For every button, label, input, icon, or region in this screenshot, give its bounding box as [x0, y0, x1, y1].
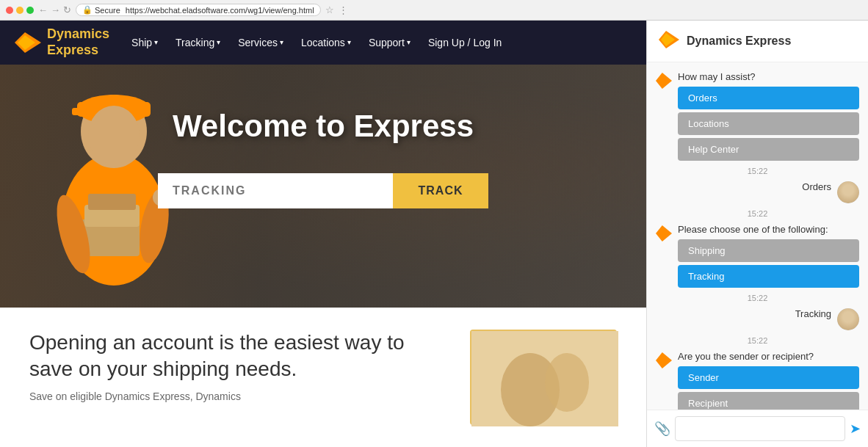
url-text: https://webchat.eladsoftware.com/wg1/vie…	[126, 6, 314, 15]
user-text-2: Tracking	[795, 308, 831, 319]
chevron-down-icon: ▾	[154, 38, 158, 46]
bot-text-1: How may I assist?	[678, 71, 859, 82]
nav-ship[interactable]: Ship ▾	[124, 32, 165, 53]
nav-tracking[interactable]: Tracking ▾	[168, 32, 228, 53]
website-content: Dynamics Express Ship ▾ Tracking ▾ Servi…	[0, 21, 646, 447]
chat-message-bot-3: Are you the sender or recipient? Sender …	[656, 351, 859, 410]
hero-search-bar: TRACK	[0, 173, 646, 208]
nav-services[interactable]: Services ▾	[231, 32, 291, 53]
timestamp-2: 15:22	[656, 209, 859, 218]
chat-message-user-1: Orders	[656, 181, 859, 203]
bot-text-2: Please choose one of the following:	[678, 224, 859, 235]
chat-text-input[interactable]	[675, 416, 845, 441]
chat-header-title: Dynamics Express	[687, 34, 791, 48]
shipping-button[interactable]: Shipping	[678, 239, 859, 262]
nav-support[interactable]: Support ▾	[361, 32, 418, 53]
maximize-window-btn[interactable]	[26, 7, 34, 14]
content-image	[470, 330, 617, 425]
chevron-down-icon: ▾	[347, 38, 351, 46]
menu-icon[interactable]: ⋮	[339, 4, 348, 15]
sender-button[interactable]: Sender	[678, 366, 859, 389]
content-section: Opening an account is the easiest way to…	[0, 308, 646, 447]
hero-content: Welcome to Express TRACK	[0, 109, 646, 208]
browser-icons: ☆ ⋮	[325, 4, 348, 15]
forward-icon[interactable]: →	[51, 4, 60, 15]
chevron-down-icon: ▾	[407, 38, 411, 46]
close-window-btn[interactable]	[6, 7, 13, 14]
refresh-icon[interactable]: ↻	[63, 4, 71, 15]
nav-links: Ship ▾ Tracking ▾ Services ▾ Locations ▾…	[124, 32, 632, 53]
svg-point-17	[545, 353, 589, 412]
send-button[interactable]: ➤	[850, 421, 861, 437]
user-avatar-1	[837, 181, 859, 203]
browser-bar: ← → ↻ 🔒 Secure https://webchat.eladsoftw…	[0, 0, 868, 21]
user-text-1: Orders	[802, 181, 831, 192]
logo-text: Dynamics Express	[47, 26, 109, 58]
chat-message-bot-2: Please choose one of the following: Ship…	[656, 224, 859, 288]
bot-message-content-2: Please choose one of the following: Ship…	[678, 224, 859, 288]
nav-locations[interactable]: Locations ▾	[294, 32, 358, 53]
chat-header: Dynamics Express	[647, 21, 868, 62]
content-subtitle: Save on eligible Dynamics Express, Dynam…	[29, 390, 448, 402]
browser-window-controls	[6, 7, 34, 14]
orders-button[interactable]: Orders	[678, 87, 859, 109]
content-text: Opening an account is the easiest way to…	[29, 330, 448, 425]
recipient-button[interactable]: Recipient	[678, 392, 859, 410]
chat-header-logo	[659, 29, 679, 53]
chat-body: How may I assist? Orders Locations Help …	[647, 62, 868, 410]
secure-label: Secure	[95, 6, 120, 15]
browser-navigation: ← → ↻	[38, 4, 71, 15]
chat-panel: Dynamics Express How may I assist? Order…	[646, 21, 868, 447]
locations-button[interactable]: Locations	[678, 112, 859, 135]
bot-text-3: Are you the sender or recipient?	[678, 351, 859, 362]
chat-button-group-3: Sender Recipient	[678, 366, 859, 410]
attach-button[interactable]: 📎	[654, 421, 670, 437]
user-avatar-2	[837, 308, 859, 330]
chat-button-group-1: Orders Locations Help Center	[678, 87, 859, 161]
hero-section: Welcome to Express TRACK	[0, 65, 646, 308]
hero-title: Welcome to Express	[0, 109, 646, 144]
content-title: Opening an account is the easiest way to…	[29, 330, 448, 383]
timestamp-3: 15:22	[656, 294, 859, 302]
chat-input-area: 📎 ➤	[647, 410, 868, 447]
logo[interactable]: Dynamics Express	[15, 26, 109, 58]
track-button[interactable]: TRACK	[393, 173, 488, 208]
chat-button-group-2: Shipping Tracking	[678, 239, 859, 288]
timestamp-4: 15:22	[656, 336, 859, 345]
chat-message-bot-1: How may I assist? Orders Locations Help …	[656, 71, 859, 161]
back-icon[interactable]: ←	[38, 4, 48, 15]
bot-avatar-icon	[656, 73, 672, 89]
chevron-down-icon: ▾	[217, 38, 220, 46]
chat-message-user-2: Tracking	[656, 308, 859, 330]
security-indicator: 🔒 Secure https://webchat.eladsoftware.co…	[76, 4, 321, 16]
nav-signup[interactable]: Sign Up / Log In	[421, 32, 509, 53]
bot-message-content-1: How may I assist? Orders Locations Help …	[678, 71, 859, 161]
chevron-down-icon: ▾	[280, 38, 283, 46]
bot-avatar-icon-3	[656, 352, 672, 368]
minimize-window-btn[interactable]	[16, 7, 23, 14]
main-nav: Dynamics Express Ship ▾ Tracking ▾ Servi…	[0, 21, 646, 65]
tracking-input[interactable]	[158, 173, 393, 208]
tracking-button[interactable]: Tracking	[678, 265, 859, 288]
bot-message-content-3: Are you the sender or recipient? Sender …	[678, 351, 859, 410]
timestamp-1: 15:22	[656, 167, 859, 175]
lock-icon: 🔒	[82, 5, 93, 15]
help-center-button[interactable]: Help Center	[678, 138, 859, 161]
bot-avatar-icon-2	[656, 225, 672, 241]
star-icon[interactable]: ☆	[325, 4, 334, 15]
